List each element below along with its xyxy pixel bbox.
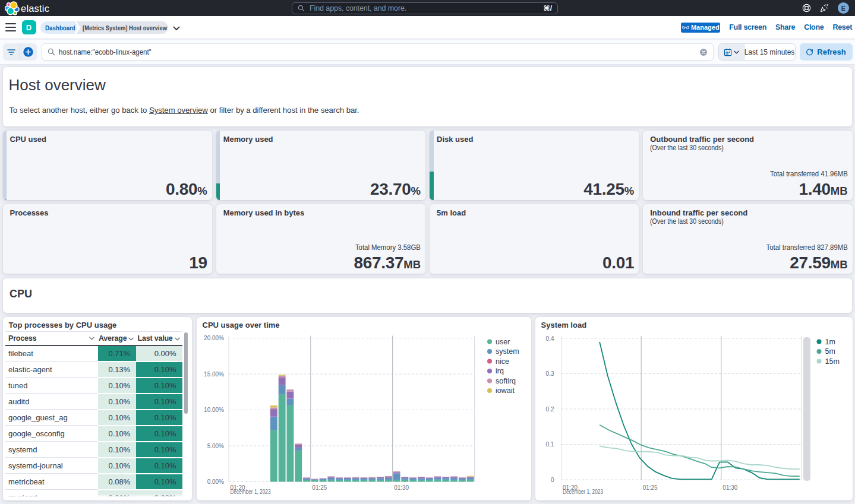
svg-text:0.4: 0.4: [545, 335, 554, 342]
process-last-value: 0.10%: [136, 442, 182, 458]
refresh-icon: [806, 48, 813, 56]
column-header-last-value[interactable]: Last value: [136, 332, 182, 345]
user-avatar[interactable]: E: [838, 2, 849, 14]
svg-text:01:30: 01:30: [394, 484, 409, 491]
svg-text:20.00%: 20.00%: [204, 335, 224, 341]
metric-note: Total transferred 41.96MB: [770, 170, 848, 179]
menu-hamburger-icon[interactable]: [5, 23, 16, 31]
process-row: google_osconfig0.10%0.10%: [5, 426, 182, 442]
table-scrollbar[interactable]: [184, 332, 188, 414]
calendar-icon: [724, 48, 732, 56]
filter-bar: host.name:"ecobb-linux-agent": [0, 40, 855, 65]
metric-subtitle: (Over the last 30 seconds): [650, 217, 724, 226]
column-header-average[interactable]: Average: [98, 332, 137, 345]
host-overview-description: To select another host, either go back t…: [10, 104, 359, 116]
breadcrumb: Dashboard [Metrics System] Host overview: [40, 21, 180, 34]
legend-item-user[interactable]: user: [487, 338, 510, 346]
svg-text:irq: irq: [496, 367, 504, 375]
breadcrumb-dashboard[interactable]: Dashboard: [40, 21, 75, 34]
legend-item-irq[interactable]: irq: [487, 367, 504, 375]
metric-progress-bar: [3, 131, 7, 200]
metric-card: Outbound traffic per second(Over the las…: [643, 131, 852, 200]
metric-title: Inbound traffic per second: [650, 208, 747, 218]
column-header-process[interactable]: Process: [5, 332, 98, 345]
process-row: systemd-journal0.10%0.10%: [5, 458, 182, 474]
metric-note: Total Memory 3.58GB: [355, 243, 421, 252]
svg-text:softirq: softirq: [496, 377, 516, 385]
host-overview-panel: Host overview To select another host, ei…: [3, 67, 853, 126]
breadcrumb-current-page[interactable]: [Metrics System] Host overview: [77, 21, 168, 34]
process-name: systemd-journal: [5, 458, 98, 474]
reset-button[interactable]: Reset: [832, 23, 852, 31]
process-row: tuned0.10%0.10%: [5, 378, 182, 394]
news-party-popper-icon[interactable]: [820, 4, 829, 12]
top-processes-title: Top processes by CPU usage: [9, 321, 117, 329]
legend-item-softirq[interactable]: softirq: [487, 377, 516, 385]
query-input[interactable]: host.name:"ecobb-linux-agent": [42, 43, 714, 61]
elastic-brand[interactable]: elastic: [5, 1, 49, 16]
metric-card: Inbound traffic per second(Over the last…: [643, 204, 852, 274]
process-name: elastic-agent: [5, 362, 98, 378]
process-last-value: 0.00%: [136, 490, 182, 501]
metric-value: 19: [189, 254, 207, 273]
global-search-input[interactable]: Find apps, content, and more. ⌘/: [292, 2, 558, 14]
cpu-usage-chart-panel: CPU usage over time 0.00%5.00%10.00%15.0…: [197, 317, 532, 500]
svg-text:nice: nice: [496, 357, 509, 366]
svg-text:15.00%: 15.00%: [204, 371, 224, 378]
help-icon[interactable]: [802, 4, 811, 12]
share-button[interactable]: Share: [775, 23, 795, 31]
clone-button[interactable]: Clone: [804, 23, 824, 31]
cpu-section-title: CPU: [10, 288, 32, 300]
legend-item-nice[interactable]: nice: [487, 357, 509, 366]
full-screen-button[interactable]: Full screen: [729, 23, 766, 31]
legend-item-15m[interactable]: 15m: [816, 357, 839, 366]
process-row: rsyslogd0.01%0.00%: [5, 490, 182, 501]
svg-text:0: 0: [550, 477, 554, 483]
elastic-logo-icon: [5, 1, 20, 16]
process-average: 0.10%: [98, 394, 137, 410]
clear-query-button[interactable]: [700, 49, 707, 56]
legend-item-system[interactable]: system: [487, 347, 519, 356]
system-overview-link[interactable]: System overview: [149, 106, 208, 115]
process-name: auditd: [5, 394, 98, 410]
svg-text:0.1: 0.1: [545, 441, 554, 448]
space-avatar[interactable]: D: [22, 20, 36, 34]
metric-card: Memory used23.70%: [216, 131, 425, 200]
legend-item-1m[interactable]: 1m: [816, 338, 835, 346]
metric-value: 867.37MB: [349, 254, 421, 273]
refresh-button[interactable]: Refresh: [800, 43, 853, 61]
svg-text:December 1, 2023: December 1, 2023: [563, 489, 603, 495]
svg-text:5.00%: 5.00%: [207, 443, 223, 449]
svg-text:0.3: 0.3: [545, 370, 554, 377]
process-row: auditd0.10%0.10%: [5, 394, 182, 410]
process-average: 0.01%: [98, 490, 137, 501]
metric-progress-bar: [216, 131, 220, 200]
svg-text:system: system: [496, 347, 519, 356]
time-range-label[interactable]: Last 15 minutes: [744, 44, 795, 60]
svg-text:0.00%: 0.00%: [207, 478, 223, 485]
metric-title: Processes: [10, 208, 49, 218]
process-row: elastic-agent0.13%0.10%: [5, 362, 182, 378]
process-name: systemd: [5, 442, 98, 458]
breadcrumb-chevron-down-icon[interactable]: [173, 23, 180, 33]
svg-text:01:30: 01:30: [723, 484, 737, 491]
metric-progress-bar: [430, 131, 434, 200]
metric-card: 5m load0.01: [430, 204, 639, 274]
metric-card: CPU used0.80%: [3, 131, 212, 200]
managed-badge[interactable]: Managed: [681, 23, 720, 33]
global-header: elastic Find apps, content, and more. ⌘/: [0, 0, 855, 16]
process-last-value: 0.10%: [136, 458, 182, 474]
system-load-panel-scrollbar[interactable]: [803, 337, 810, 481]
process-name: filebeat: [5, 345, 98, 362]
quick-select-time-button[interactable]: [719, 44, 744, 60]
process-last-value: 0.10%: [136, 378, 182, 394]
svg-text:1m: 1m: [825, 338, 835, 346]
metric-value: 41.25%: [583, 180, 634, 199]
legend-item-iowait[interactable]: iowait: [487, 386, 515, 395]
process-average: 0.10%: [98, 410, 137, 426]
filter-options-button[interactable]: [3, 43, 20, 61]
legend-item-5m[interactable]: 5m: [816, 347, 835, 356]
add-filter-button[interactable]: [20, 43, 37, 61]
process-average: 0.10%: [98, 426, 137, 442]
cpu-usage-chart-title: CPU usage over time: [203, 321, 280, 329]
